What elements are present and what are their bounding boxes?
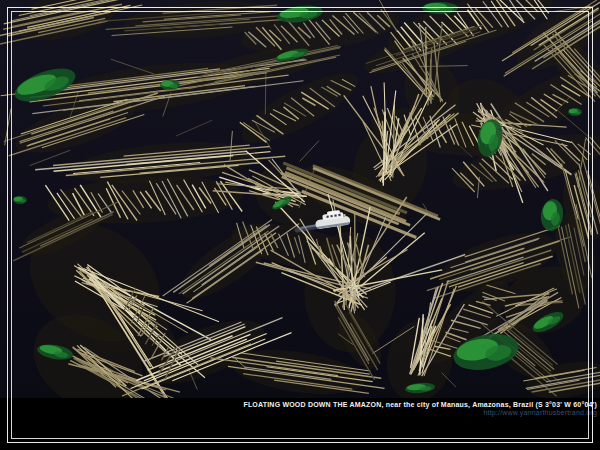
photo-credit-url: http://www.yannarthusbertrand.org: [0, 409, 597, 417]
photo-caption: FLOATING WOOD DOWN THE AMAZON, near the …: [0, 401, 597, 409]
caption-bar: FLOATING WOOD DOWN THE AMAZON, near the …: [0, 398, 600, 450]
aerial-photo-log-rafts: [0, 0, 600, 450]
earth-from-above-wallpaper: FLOATING WOOD DOWN THE AMAZON, near the …: [0, 0, 600, 450]
